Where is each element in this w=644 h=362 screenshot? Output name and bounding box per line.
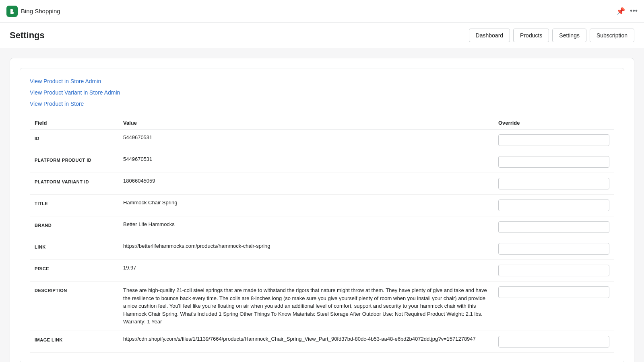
override-input-7[interactable] [498,286,609,298]
field-cell: ID [30,130,118,151]
logo-icon [6,6,18,17]
table-row: DESCRIPTIONThese are high-quality 21-coi… [30,282,614,331]
more-options-icon[interactable]: ••• [630,7,638,15]
inner-card: View Product in Store Admin View Product… [20,68,624,362]
col-value: Value [118,117,493,130]
view-product-store-link[interactable]: View Product in Store [30,101,614,107]
nav-products[interactable]: Products [513,29,549,42]
value-cell: https://cdn.shopify.com/s/files/1/1139/7… [118,331,493,352]
table-row: BRANDBetter Life Hammocks [30,216,614,238]
override-cell [493,260,614,282]
field-cell: PRICE [30,260,118,282]
col-field: Field [30,117,118,130]
override-input-0[interactable] [498,134,609,146]
app-logo: Bing Shopping [6,6,60,17]
table-row: TITLEHammock Chair Spring [30,195,614,216]
table-row: LINKhttps://betterlifehammocks.com/produ… [30,238,614,260]
nav-settings[interactable]: Settings [552,29,586,42]
product-table: Field Value Override ID5449670531PLATFOR… [30,117,614,353]
value-cell: https://betterlifehammocks.com/products/… [118,238,493,260]
value-cell: 5449670531 [118,130,493,151]
top-bar-actions: 📌 ••• [616,7,638,16]
app-name: Bing Shopping [21,8,60,14]
value-cell: Hammock Chair Spring [118,195,493,216]
main-content: View Product in Store Admin View Product… [0,48,644,362]
value-cell: 5449670531 [118,151,493,173]
override-input-6[interactable] [498,265,609,276]
override-cell [493,282,614,331]
override-cell [493,238,614,260]
nav-buttons: Dashboard Products Settings Subscription [469,29,634,42]
override-input-4[interactable] [498,221,609,233]
field-cell: TITLE [30,195,118,216]
value-cell: Better Life Hammocks [118,216,493,238]
field-cell: PLATFORM VARIANT ID [30,173,118,195]
outer-card: View Product in Store Admin View Product… [10,58,634,362]
field-cell: IMAGE LINK [30,331,118,352]
field-cell: BRAND [30,216,118,238]
override-input-1[interactable] [498,156,609,168]
col-override: Override [493,117,614,130]
override-cell [493,130,614,151]
top-bar: Bing Shopping 📌 ••• [0,0,644,23]
override-input-5[interactable] [498,243,609,255]
override-cell [493,173,614,195]
override-cell [493,195,614,216]
view-product-variant-store-admin-link[interactable]: View Product Variant in Store Admin [30,89,614,96]
table-row: ID5449670531 [30,130,614,151]
field-cell: LINK [30,238,118,260]
pin-icon[interactable]: 📌 [616,7,625,16]
value-cell: 19.97 [118,260,493,282]
override-input-2[interactable] [498,178,609,189]
override-input-3[interactable] [498,200,609,211]
table-row: IMAGE LINKhttps://cdn.shopify.com/s/file… [30,331,614,352]
value-cell: 18066045059 [118,173,493,195]
field-cell: DESCRIPTION [30,282,118,331]
table-row: PLATFORM VARIANT ID18066045059 [30,173,614,195]
nav-subscription[interactable]: Subscription [590,29,634,42]
nav-dashboard[interactable]: Dashboard [469,29,510,42]
view-product-store-admin-link[interactable]: View Product in Store Admin [30,78,614,84]
override-cell [493,216,614,238]
value-cell: These are high-quality 21-coil steel spr… [118,282,493,331]
field-cell: PLATFORM PRODUCT ID [30,151,118,173]
page-header: Settings Dashboard Products Settings Sub… [0,23,644,48]
table-row: PLATFORM PRODUCT ID5449670531 [30,151,614,173]
table-row: PRICE19.97 [30,260,614,282]
override-cell [493,331,614,352]
page-title: Settings [10,30,469,41]
override-input-8[interactable] [498,336,609,348]
override-cell [493,151,614,173]
product-links: View Product in Store Admin View Product… [30,78,614,107]
